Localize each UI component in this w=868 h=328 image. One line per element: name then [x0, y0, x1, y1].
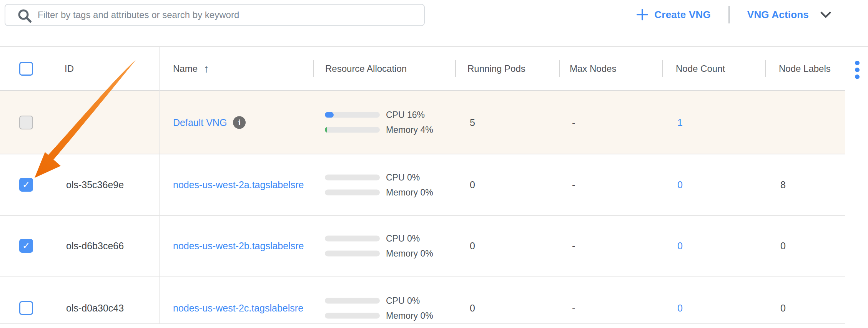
node-labels-value: 0 [780, 303, 786, 314]
kebab-menu-icon[interactable] [855, 60, 860, 79]
info-icon[interactable]: i [233, 116, 246, 129]
cpu-bar [325, 174, 380, 180]
table-header: ID Name ↑ Resource Allocation Running Po… [0, 47, 845, 91]
resource-allocation: CPU 0% Memory 0% [325, 172, 433, 198]
running-pods-value: 0 [470, 240, 475, 252]
node-count-link[interactable]: 0 [677, 179, 683, 191]
memory-bar [325, 313, 380, 318]
resource-allocation: CPU 16% Memory 4% [325, 109, 433, 135]
table-row: ols-d6b3ce66 nodes-us-west-2b.tagslabels… [0, 216, 845, 277]
node-labels-value: 0 [780, 240, 786, 252]
column-header-id[interactable]: ID [65, 63, 74, 74]
vng-table: ID Name ↑ Resource Allocation Running Po… [0, 46, 868, 324]
node-count-link[interactable]: 0 [677, 303, 683, 314]
table-row: Default VNG i CPU 16% Memory 4% 5 - 1 [0, 91, 845, 154]
node-labels-value: 8 [780, 179, 786, 191]
search-input[interactable] [5, 4, 425, 26]
header-divider [765, 60, 766, 77]
toolbar-divider [728, 6, 730, 23]
header-divider [313, 60, 314, 77]
header-divider [455, 60, 456, 77]
column-header-max-nodes[interactable]: Max Nodes [570, 63, 616, 74]
vng-id: ols-35c36e9e [66, 179, 124, 191]
running-pods-value: 5 [470, 117, 475, 128]
max-nodes-value: - [572, 179, 575, 191]
header-divider [559, 60, 560, 77]
resource-allocation: CPU 0% Memory 0% [325, 233, 433, 259]
max-nodes-value: - [572, 303, 575, 314]
resource-allocation: CPU 0% Memory 0% [325, 295, 433, 321]
vng-actions-label: VNG Actions [747, 9, 809, 21]
table-row: ols-35c36e9e nodes-us-west-2a.tagslabels… [0, 154, 845, 216]
column-divider [159, 47, 160, 324]
chevron-down-icon [820, 12, 831, 18]
column-header-node-count[interactable]: Node Count [676, 63, 725, 74]
row-checkbox [19, 116, 33, 129]
node-count-link[interactable]: 0 [677, 240, 683, 252]
row-checkbox[interactable] [19, 178, 33, 192]
cpu-bar [325, 235, 380, 241]
create-vng-label: Create VNG [654, 9, 711, 21]
vng-name-link[interactable]: Default VNG [173, 117, 227, 128]
column-header-node-labels[interactable]: Node Labels [779, 63, 831, 74]
memory-bar [325, 250, 380, 256]
column-header-name[interactable]: Name ↑ [173, 63, 209, 74]
vng-id: ols-d6b3ce66 [66, 240, 124, 252]
vng-name-link[interactable]: nodes-us-west-2c.tagslabelsre [173, 303, 303, 314]
plus-icon [637, 9, 648, 20]
node-count-link[interactable]: 1 [677, 117, 683, 128]
header-divider [662, 60, 663, 77]
table-row: ols-d0a30c43 nodes-us-west-2c.tagslabels… [0, 277, 845, 324]
column-header-running-pods[interactable]: Running Pods [467, 63, 525, 74]
row-checkbox[interactable] [19, 239, 33, 253]
cpu-bar [325, 112, 380, 118]
row-checkbox[interactable] [19, 301, 33, 315]
vng-name-link[interactable]: nodes-us-west-2a.tagslabelsre [173, 179, 304, 191]
cpu-bar [325, 298, 380, 303]
sort-ascending-icon: ↑ [204, 63, 209, 74]
create-vng-button[interactable]: Create VNG [637, 9, 711, 21]
memory-bar [325, 189, 380, 195]
max-nodes-value: - [572, 240, 575, 252]
max-nodes-value: - [572, 117, 575, 128]
toolbar: Create VNG VNG Actions [0, 0, 868, 46]
running-pods-value: 0 [470, 303, 475, 314]
select-all-checkbox[interactable] [19, 62, 33, 76]
running-pods-value: 0 [470, 179, 475, 191]
column-header-resource-allocation[interactable]: Resource Allocation [325, 63, 407, 74]
vng-name-link[interactable]: nodes-us-west-2b.tagslabelsre [173, 240, 304, 252]
memory-bar [325, 127, 380, 133]
vng-actions-button[interactable]: VNG Actions [747, 9, 831, 21]
vng-id: ols-d0a30c43 [66, 303, 124, 314]
